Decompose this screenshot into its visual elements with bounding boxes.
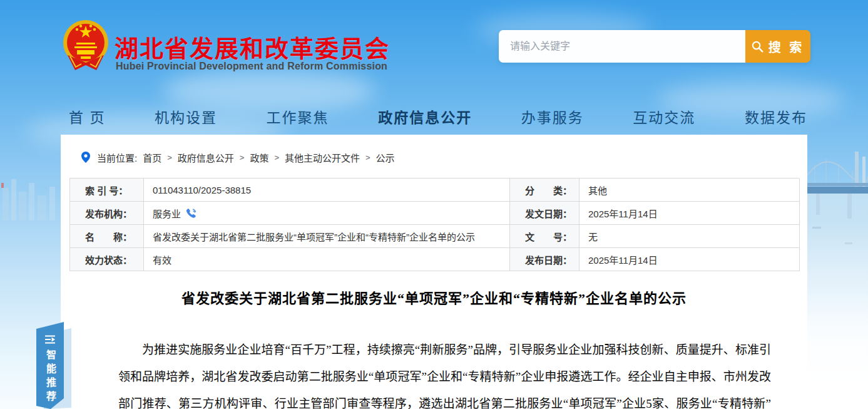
smart-recommend-label: 智能推荐 <box>43 349 58 405</box>
breadcrumb-separator: > <box>365 153 370 162</box>
main-navigation: 首 页 机构设置 工作聚焦 政府信息公开 办事服务 互动交流 数据发布 <box>69 102 807 131</box>
meta-value-validity-status: 有效 <box>144 248 510 271</box>
nav-item-organization[interactable]: 机构设置 <box>155 106 217 127</box>
search-input[interactable] <box>499 30 745 63</box>
search-icon <box>752 41 763 53</box>
nav-item-services[interactable]: 办事服务 <box>521 106 584 127</box>
meta-label-doc-number: 文 号： <box>510 225 580 248</box>
breadcrumb-link-policy[interactable]: 政策 <box>250 151 268 164</box>
document-meta-table: 索 引 号： 011043110/2025-38815 分 类： 其他 发布机构… <box>69 178 799 271</box>
meta-value-issue-date: 2025年11月14日 <box>580 202 800 225</box>
list-arrow-icon <box>44 334 56 344</box>
meta-value-issuing-agency: 服务业 <box>144 202 510 225</box>
meta-value-doc-number: 无 <box>580 225 800 248</box>
meta-value-publish-date: 2025年11月14日 <box>580 248 800 271</box>
site-subtitle: Hubei Provincial Development and Reform … <box>116 61 387 72</box>
site-title: 湖北省发展和改革委员会 <box>115 29 390 64</box>
breadcrumb-separator: > <box>274 153 279 162</box>
meta-label-title: 名 称： <box>70 225 144 248</box>
breadcrumb-link-other-docs[interactable]: 其他主动公开文件 <box>285 151 360 164</box>
meta-label-index-no: 索 引 号： <box>70 179 144 202</box>
meta-label-category: 分 类： <box>510 179 580 202</box>
breadcrumb-separator: > <box>240 153 245 162</box>
content-panel: 当前位置: 首页 > 政府信息公开 > 政策 > 其他主动公开文件 > 公示 索… <box>61 135 807 409</box>
breadcrumb-link-gov-info[interactable]: 政府信息公开 <box>178 151 234 164</box>
breadcrumb-separator: > <box>167 153 172 162</box>
smart-recommend-ribbon[interactable]: 智能推荐 <box>36 322 64 409</box>
breadcrumb-prefix: 当前位置: <box>97 151 137 164</box>
article-paragraph: 为推进实施服务业企业培育“百千万”工程，持续擦亮“荆新服务”品牌，引导服务业企业… <box>61 336 807 409</box>
meta-value-category: 其他 <box>580 179 800 202</box>
national-emblem-logo <box>63 19 109 73</box>
search-button[interactable]: 搜 索 <box>745 30 810 63</box>
meta-label-issue-date: 发文日期： <box>510 202 580 225</box>
search-button-label: 搜 索 <box>768 38 805 56</box>
meta-label-issuing-agency: 发布机构： <box>70 202 144 225</box>
site-search: 搜 索 <box>499 30 810 63</box>
issuing-agency-text: 服务业 <box>153 207 181 220</box>
phone-contact-icon[interactable] <box>186 208 197 219</box>
bridge-scene-decoration <box>807 139 868 409</box>
meta-value-title: 省发改委关于湖北省第二批服务业“单项冠军”企业和“专精特新”企业名单的公示 <box>144 225 510 248</box>
nav-item-work-focus[interactable]: 工作聚焦 <box>267 106 329 127</box>
nav-item-interaction[interactable]: 互动交流 <box>633 106 695 127</box>
meta-label-validity-status: 效力状态： <box>70 248 144 271</box>
breadcrumb: 当前位置: 首页 > 政府信息公开 > 政策 > 其他主动公开文件 > 公示 <box>81 150 395 164</box>
location-pin-icon <box>81 152 90 163</box>
nav-item-home[interactable]: 首 页 <box>69 106 105 127</box>
nav-item-data-release[interactable]: 数据发布 <box>745 106 807 127</box>
meta-value-index-no: 011043110/2025-38815 <box>144 179 510 202</box>
breadcrumb-link-home[interactable]: 首页 <box>143 151 161 164</box>
nav-item-gov-info-disclosure[interactable]: 政府信息公开 <box>378 106 472 127</box>
city-skyline-decoration <box>0 164 61 220</box>
meta-label-publish-date: 发布日期： <box>510 248 580 271</box>
article-title: 省发改委关于湖北省第二批服务业“单项冠军”企业和“专精特新”企业名单的公示 <box>61 287 807 307</box>
breadcrumb-link-announcement[interactable]: 公示 <box>376 151 395 164</box>
